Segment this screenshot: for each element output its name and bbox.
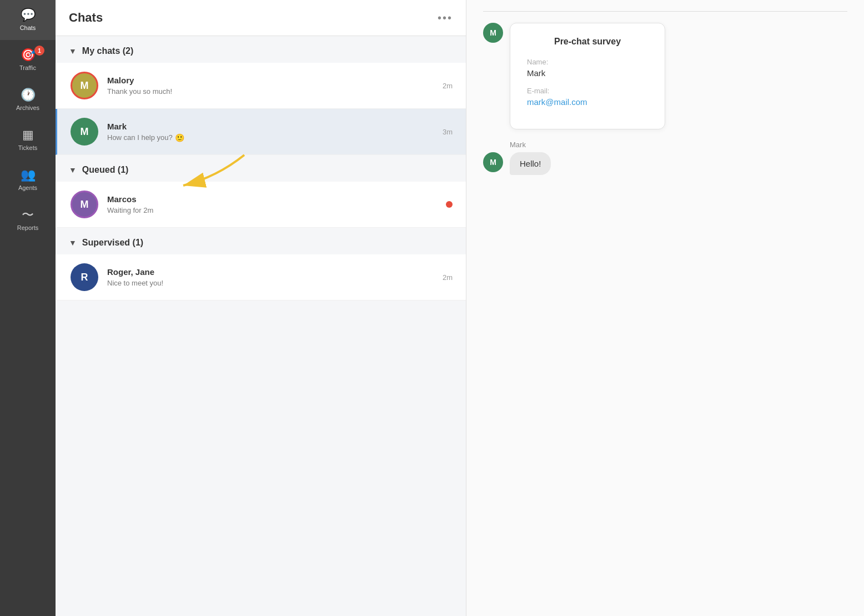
chat-info-marcos: Marcos Waiting for 2m bbox=[107, 194, 437, 214]
preview-emoji-mark: 🙂 bbox=[175, 133, 184, 142]
reports-icon: 〜 bbox=[22, 209, 34, 221]
survey-label-email: E-mail: bbox=[527, 87, 648, 95]
section-my-chats-label: My chats (2) bbox=[82, 46, 133, 56]
chat-name-mark: Mark bbox=[107, 122, 434, 131]
sidebar-item-chats[interactable]: 💬 Chats bbox=[0, 0, 56, 40]
chat-info-malory: Malory Thank you so much! bbox=[107, 76, 434, 96]
page-title: Chats bbox=[69, 11, 103, 25]
chevron-supervised: ▼ bbox=[69, 238, 77, 247]
avatar-mark-small: M bbox=[483, 23, 503, 43]
panel-divider bbox=[483, 11, 847, 12]
chat-name-marcos: Marcos bbox=[107, 194, 437, 204]
chat-preview-mark: How can I help you? 🙂 bbox=[107, 133, 434, 142]
chevron-my-chats: ▼ bbox=[69, 47, 77, 56]
sidebar-item-agents[interactable]: 👥 Agents bbox=[0, 160, 56, 200]
chats-icon: 💬 bbox=[21, 9, 36, 21]
archives-icon: 🕐 bbox=[21, 89, 36, 101]
chat-name-roger-jane: Roger, Jane bbox=[107, 267, 434, 277]
section-queued-label: Queued (1) bbox=[82, 165, 129, 175]
avatar-mark: M bbox=[71, 118, 98, 146]
survey-card: Pre-chat survey Name: Mark E-mail: mark@… bbox=[510, 23, 665, 129]
chat-time-roger-jane: 2m bbox=[443, 273, 453, 282]
survey-value-email: mark@mail.com bbox=[527, 97, 648, 107]
survey-field-name: Name: Mark bbox=[527, 58, 648, 78]
section-supervised-label: Supervised (1) bbox=[82, 238, 143, 248]
sidebar-label-chats: Chats bbox=[20, 24, 36, 31]
avatar-mark-msg: M bbox=[483, 152, 503, 172]
chat-time-mark: 3m bbox=[443, 128, 453, 136]
chat-item-marcos[interactable]: M Marcos Waiting for 2m bbox=[56, 182, 466, 228]
chat-dot-marcos bbox=[446, 201, 453, 208]
chat-info-roger-jane: Roger, Jane Nice to meet you! bbox=[107, 267, 434, 287]
survey-title: Pre-chat survey bbox=[527, 37, 648, 47]
right-panel: M Pre-chat survey Name: Mark E-mail: mar… bbox=[466, 0, 864, 616]
sidebar-item-tickets[interactable]: ▦ Tickets bbox=[0, 120, 56, 160]
chat-preview-roger-jane: Nice to meet you! bbox=[107, 279, 434, 287]
sidebar-item-reports[interactable]: 〜 Reports bbox=[0, 200, 56, 240]
sidebar-label-archives: Archives bbox=[16, 104, 39, 111]
message-bubble: Hello! bbox=[510, 152, 551, 175]
chat-preview-marcos: Waiting for 2m bbox=[107, 206, 437, 214]
section-supervised[interactable]: ▼ Supervised (1) bbox=[56, 228, 466, 254]
sidebar-item-archives[interactable]: 🕐 Archives bbox=[0, 80, 56, 120]
section-queued[interactable]: ▼ Queued (1) bbox=[56, 155, 466, 182]
chat-item-roger-jane[interactable]: R Roger, Jane Nice to meet you! 2m bbox=[56, 254, 466, 301]
survey-message-row: M Pre-chat survey Name: Mark E-mail: mar… bbox=[483, 23, 847, 129]
chat-name-malory: Malory bbox=[107, 76, 434, 85]
sidebar-label-traffic: Traffic bbox=[19, 64, 36, 71]
chevron-queued: ▼ bbox=[69, 166, 77, 174]
hello-message-row: M Hello! bbox=[483, 152, 847, 175]
conversation-area: M Pre-chat survey Name: Mark E-mail: mar… bbox=[483, 23, 847, 175]
avatar-malory: M bbox=[71, 72, 98, 99]
survey-field-email: E-mail: mark@mail.com bbox=[527, 87, 648, 107]
survey-value-name: Mark bbox=[527, 68, 648, 78]
sidebar-label-reports: Reports bbox=[17, 224, 39, 231]
avatar-marcos: M bbox=[71, 191, 98, 218]
sidebar-label-agents: Agents bbox=[18, 184, 37, 191]
chat-item-malory[interactable]: M Malory Thank you so much! 2m bbox=[56, 63, 466, 109]
sidebar: 💬 Chats 1 🎯 Traffic 🕐 Archives ▦ Tickets… bbox=[0, 0, 56, 616]
message-sender-name: Mark M Hello! bbox=[483, 141, 847, 175]
traffic-icon: 🎯 bbox=[21, 49, 36, 61]
avatar-roger-jane: R bbox=[71, 263, 98, 291]
chat-list-header: Chats ••• bbox=[56, 0, 466, 36]
chat-item-mark[interactable]: M Mark How can I help you? 🙂 3m bbox=[56, 109, 466, 155]
more-options-button[interactable]: ••• bbox=[438, 12, 453, 24]
chat-preview-malory: Thank you so much! bbox=[107, 87, 434, 96]
survey-label-name: Name: bbox=[527, 58, 648, 66]
chat-list-body: ▼ My chats (2) M Malory Thank you so muc… bbox=[56, 36, 466, 616]
agents-icon: 👥 bbox=[21, 169, 36, 181]
section-my-chats[interactable]: ▼ My chats (2) bbox=[56, 36, 466, 63]
chat-time-malory: 2m bbox=[443, 82, 453, 90]
chat-list-panel: Chats ••• ▼ My chats (2) M Malory Thank … bbox=[56, 0, 466, 616]
queued-section-container: ▼ Queued (1) M Marcos Waiting for 2m bbox=[56, 155, 466, 228]
chat-info-mark: Mark How can I help you? 🙂 bbox=[107, 122, 434, 142]
traffic-badge: 1 bbox=[34, 46, 44, 56]
sidebar-item-traffic[interactable]: 1 🎯 Traffic bbox=[0, 40, 56, 80]
msg-sender-label: Mark bbox=[510, 141, 847, 149]
tickets-icon: ▦ bbox=[22, 129, 34, 141]
sidebar-label-tickets: Tickets bbox=[18, 144, 37, 151]
